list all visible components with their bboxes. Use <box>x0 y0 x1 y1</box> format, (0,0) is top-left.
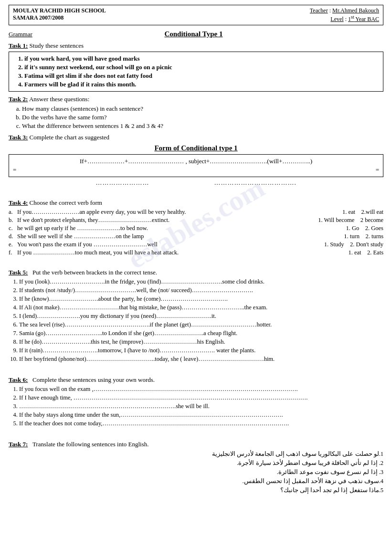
school-name: MOULAY RACHID HIGH SCHOOL <box>13 7 106 14</box>
row-label: a. <box>9 209 17 216</box>
list-item: If the teacher does not come today,……………… <box>19 420 383 427</box>
row-choices: 1. Study 2. Don't study <box>278 241 383 248</box>
row-label: b. <box>9 217 17 224</box>
task5-label: Task 5: <box>9 269 28 276</box>
task7-label: Task 7: <box>9 441 28 448</box>
row-label: c. <box>9 225 17 232</box>
row-label: f. <box>9 249 17 256</box>
dotted-left: …………………… <box>95 179 149 186</box>
row-sentence: If you …………………too much meat, you will ha… <box>17 249 278 256</box>
teacher-label: Teacher <box>310 7 328 14</box>
list-item: How many clauses (sentences) in each sen… <box>22 105 383 113</box>
list-item: 4.سوف نذهب في نزهة الأحد المقبل إذا تحسن… <box>9 477 383 485</box>
task1-label: Task 1: <box>9 42 28 49</box>
list-item: If I have enough time, ……………………………………………… <box>19 394 383 401</box>
task2-heading: Task 2: Answer these questions: <box>9 95 383 103</box>
list-item: If her boyfriend (phone/not)…………………………….… <box>19 356 383 363</box>
row-label: e. <box>9 241 17 248</box>
conditional-row1: If+………………+……………………… , subject+……………………….… <box>13 158 379 165</box>
list-item: 2. إذا لم تأتي الحافلة قريبا سوف اضطر لأ… <box>9 459 383 467</box>
list-item: If it (rain)……………………….tomorrow, I (have … <box>19 347 383 354</box>
list-item: 5.ماذا ستفعل إذا لم تجد أحدا إلى جانبك؟ <box>9 486 383 494</box>
row-sentence: he will get up early if he ………………….to be… <box>17 225 278 232</box>
task7-list: 1.لو حصلت على البكالوريا سوف اذهب إلى ال… <box>9 450 383 494</box>
task4-label: Task 4: <box>9 199 28 206</box>
list-item: If he (do)…………………….this test, he (improv… <box>19 338 383 346</box>
level-value: 1st Year BAC <box>348 16 379 22</box>
header-left: MOULAY RACHID HIGH SCHOOL SAMARA 2007/20… <box>13 7 106 23</box>
task6-list: If you focus well on the exam ,………………………… <box>9 386 383 427</box>
table-row: d. She will see well if she …………………on th… <box>9 233 383 240</box>
list-item: 1.لو حصلت على البكالوريا سوف اذهب إلى ال… <box>9 450 383 458</box>
list-item: The sea level (rise)…………………………………….if th… <box>19 321 383 328</box>
conditional-row3: …………………… ………………………………. <box>9 179 383 187</box>
row-sentence: She will see well if she …………………on the l… <box>17 233 278 240</box>
row-choices: 1. eat 2.will eat <box>278 209 383 216</box>
main-title: Conditional Type 1 <box>32 30 355 38</box>
table-row: a. If you……………………an apple every day, you… <box>9 209 383 216</box>
list-item: Do the verbs have the same form? <box>22 114 383 121</box>
task3-heading: Task 3: Complete the chart as suggested <box>9 134 383 141</box>
task7-subheading: Translate the following sentences into E… <box>32 441 149 448</box>
task3-label: Task 3: <box>9 134 28 141</box>
row-choices: 1. Will become 2 become <box>278 217 383 224</box>
header-box: MOULAY RACHID HIGH SCHOOL SAMARA 2007/20… <box>9 5 383 25</box>
row-choices: 1. turn 2. turns <box>278 233 383 240</box>
level-label: Level <box>330 16 343 22</box>
list-item: 3. إذا لم نسرع سوف نفوت موعد الطائرة. <box>9 468 383 476</box>
dotted-right: ………………………………. <box>214 179 296 186</box>
list-item: If you (look)……………………….in the fridge, yo… <box>19 278 383 285</box>
list-item: if it's sunny next weekend, our school w… <box>24 63 377 71</box>
task5-list: If you (look)……………………….in the fridge, yo… <box>9 278 383 363</box>
table-row: c. he will get up early if he ………………….to… <box>9 225 383 232</box>
list-item: Samia (go)………………………..to London if she (g… <box>19 330 383 337</box>
task4-subheading: Choose the correct verb form <box>30 199 102 206</box>
list-item: I (lend)………………….you my dictionary if you… <box>19 313 383 320</box>
table-row: e. You won't pass the exam if you ………………… <box>9 241 383 248</box>
conditional-eq-right: = <box>376 166 379 174</box>
row-label: d. <box>9 233 17 240</box>
list-item: If you focus well on the exam ,………………………… <box>19 386 383 393</box>
header-right: Teacher : Mr.Ahmed Bakouch Level : 1st Y… <box>310 7 379 23</box>
task4-rows: a. If you……………………an apple every day, you… <box>9 209 383 256</box>
table-row: b. If we don't protect elephants, they……… <box>9 217 383 224</box>
grammar-title-row: Grammar Conditional Type 1 <box>9 30 383 38</box>
list-item: If students (not /study/)………………………….well… <box>19 287 383 294</box>
task3-subheading: Complete the chart as suggested <box>30 134 110 141</box>
task4-heading: Task 4: Choose the correct verb form <box>9 199 383 207</box>
conditional-eq-left: = <box>13 166 16 174</box>
teacher-name: Mr.Ahmed Bakouch <box>332 7 379 14</box>
task3-chart-title: Form of Conditional type 1 <box>9 144 383 152</box>
level-info: Level : 1st Year BAC <box>310 14 379 23</box>
list-item: …………………………………………………………………….she will be i… <box>19 403 383 410</box>
task6-label: Task 6: <box>9 376 28 383</box>
row-sentence: If you……………………an apple every day, you wi… <box>17 209 278 216</box>
conditional-row2: = = <box>13 166 379 174</box>
task1-sentences-box: if you work hard, you will have good mar… <box>9 52 383 92</box>
list-item: Farmers will be glad if it rains this mo… <box>24 81 377 88</box>
row-choices: 1. Go 2. Goes <box>278 225 383 232</box>
task1-list: if you work hard, you will have good mar… <box>15 55 377 88</box>
teacher-info: Teacher : Mr.Ahmed Bakouch <box>310 7 379 14</box>
grammar-label: Grammar <box>9 31 32 38</box>
list-item: If he (know)…………………….about the party, he… <box>19 295 383 303</box>
list-item: If the baby stays along time under the s… <box>19 411 383 419</box>
task1-heading: Task 1: Study these sentences <box>9 42 383 50</box>
conditional-box: If+………………+……………………… , subject+……………………….… <box>9 154 383 177</box>
task5-heading: Task 5: Put the verb between brackets in… <box>9 269 383 276</box>
row-sentence: If we don't protect elephants, they……………… <box>17 217 278 224</box>
task2-subheading: Answer these questions: <box>29 95 89 103</box>
task1-subheading: Study these sentences <box>30 42 84 49</box>
table-row: f. If you …………………too much meat, you will… <box>9 249 383 256</box>
school-year: SAMARA 2007/2008 <box>13 14 106 21</box>
task5-subheading: Put the verb between brackets in the cor… <box>32 269 157 276</box>
list-item: Fatima will get slim if she does not eat… <box>24 72 377 80</box>
task6-subheading: Complete these sentences using your own … <box>32 376 155 383</box>
conditional-formula: If+………………+……………………… , subject+……………………….… <box>80 158 312 165</box>
list-item: What the difference between sentences 1 … <box>22 122 383 130</box>
task7-heading: Task 7: Translate the following sentence… <box>9 441 383 448</box>
list-item: if you work hard, you will have good mar… <box>24 55 377 63</box>
row-sentence: You won't pass the exam if you ………………………… <box>17 241 278 248</box>
list-item: If Ali (not make)…………………………that big mist… <box>19 304 383 311</box>
task2-label: Task 2: <box>9 95 28 103</box>
